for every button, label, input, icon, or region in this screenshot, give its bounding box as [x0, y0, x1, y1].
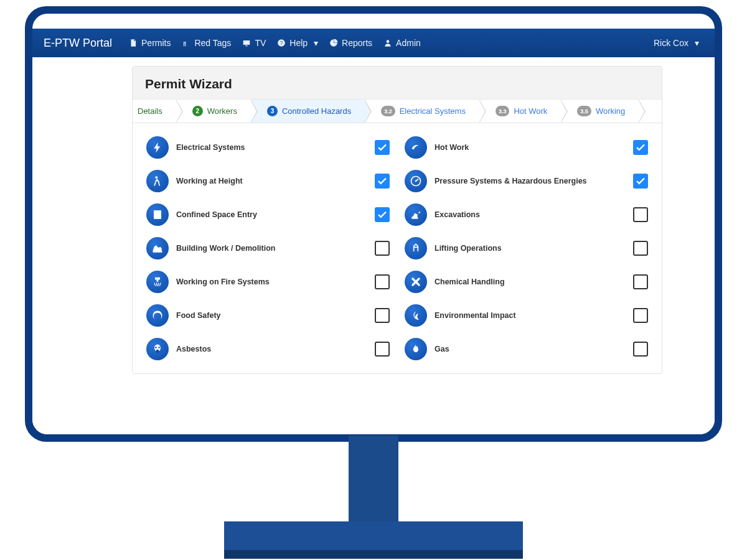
- monitor-bezel: E-PTW Portal Permits Red Tags TV ? Help …: [25, 6, 722, 442]
- svg-point-3: [155, 176, 157, 179]
- hazard-row: Building Work / Demolition: [146, 231, 390, 265]
- lift-icon: [405, 237, 427, 259]
- hazard-checkbox[interactable]: [633, 342, 648, 357]
- step-details[interactable]: Details: [133, 100, 176, 123]
- monitor-stand-neck: [349, 436, 398, 523]
- nav-permits[interactable]: Permits: [123, 38, 176, 48]
- svg-point-7: [158, 347, 160, 348]
- hazard-label: Hot Work: [435, 143, 633, 152]
- hazard-checkbox[interactable]: [633, 174, 648, 189]
- hazard-label: Excavations: [435, 210, 633, 219]
- hazard-row: Electrical Systems: [146, 131, 390, 164]
- nav-reports[interactable]: Reports: [324, 38, 378, 48]
- hazard-checkbox[interactable]: [633, 274, 648, 289]
- hazard-grid: Electrical Systems Working at Height Con: [133, 123, 662, 368]
- hazard-row: Pressure Systems & Hazardous Energies: [405, 164, 648, 198]
- hazard-checkbox[interactable]: [375, 241, 390, 256]
- hazard-row: Environmental Impact: [405, 299, 648, 332]
- tv-icon: [242, 39, 251, 47]
- hazard-checkbox[interactable]: [633, 241, 648, 256]
- nav-admin[interactable]: Admin: [378, 38, 426, 48]
- nav-user-menu[interactable]: Rick Cox ▾: [648, 38, 705, 48]
- caret-down-icon: ▾: [314, 38, 318, 48]
- panel-title: Permit Wizard: [145, 77, 649, 91]
- hazard-checkbox[interactable]: [375, 342, 390, 357]
- hazard-label: Electrical Systems: [176, 143, 375, 152]
- caret-down-icon: ▾: [695, 38, 699, 48]
- hazard-checkbox[interactable]: [375, 274, 390, 289]
- chemical-icon: [405, 271, 427, 293]
- nav-help[interactable]: ? Help ▾: [271, 38, 324, 48]
- wizard-steps: Details 2 Workers 3 Controlled Hazards 3…: [133, 100, 662, 123]
- step-label: Details: [138, 106, 162, 116]
- step-number: 3.3: [496, 106, 510, 116]
- hazard-label: Pressure Systems & Hazardous Energies: [435, 177, 633, 185]
- screen: E-PTW Portal Permits Red Tags TV ? Help …: [32, 14, 715, 434]
- svg-point-9: [415, 180, 417, 182]
- svg-point-6: [155, 347, 157, 348]
- hazard-row: Gas: [405, 332, 648, 366]
- svg-point-2: [387, 40, 390, 43]
- weld-icon: [405, 136, 427, 159]
- hazard-row: Food Safety: [146, 299, 390, 332]
- hazard-checkbox[interactable]: [375, 308, 390, 323]
- svg-point-5: [156, 350, 159, 353]
- fire-system-icon: [146, 271, 169, 293]
- hazard-checkbox[interactable]: [633, 207, 648, 222]
- excavator-icon: [405, 203, 427, 226]
- hazard-row: Lifting Operations: [405, 231, 648, 265]
- step-label: Workers: [207, 106, 237, 116]
- nav-redtags[interactable]: Red Tags: [176, 38, 237, 48]
- nav-user-name: Rick Cox: [654, 38, 688, 48]
- bolt-icon: [146, 136, 169, 159]
- panel-body: Details 2 Workers 3 Controlled Hazards 3…: [133, 99, 662, 373]
- hazard-row: Excavations: [405, 198, 648, 231]
- help-icon: ?: [277, 39, 286, 47]
- content-area: Permit Wizard ← PREV NEXT → Deta: [32, 57, 715, 434]
- top-navbar: E-PTW Portal Permits Red Tags TV ? Help …: [32, 29, 715, 57]
- step-hot-work[interactable]: 3.3 Hot Work: [479, 100, 561, 123]
- hazard-row: Asbestos: [146, 332, 390, 366]
- nav-reports-label: Reports: [342, 38, 372, 48]
- step-number: 3.2: [381, 106, 395, 116]
- hazard-row: Chemical Handling: [405, 265, 648, 299]
- hazard-checkbox[interactable]: [375, 174, 390, 189]
- hazard-checkbox[interactable]: [375, 140, 390, 155]
- user-icon: [383, 39, 392, 47]
- hazard-checkbox[interactable]: [633, 140, 648, 155]
- step-controlled-hazards[interactable]: 3 Controlled Hazards: [251, 100, 365, 123]
- hazard-checkbox[interactable]: [375, 207, 390, 222]
- hazard-label: Working on Fire Systems: [176, 278, 375, 286]
- step-electrical-systems[interactable]: 3.2 Electrical Systems: [365, 100, 479, 123]
- nav-permits-label: Permits: [141, 38, 171, 48]
- mask-icon: [146, 338, 169, 360]
- hazard-checkbox[interactable]: [633, 308, 648, 323]
- step-number: 3: [267, 106, 278, 116]
- nav-tv[interactable]: TV: [237, 38, 271, 48]
- step-label: Hot Work: [514, 106, 547, 116]
- step-label: Electrical Systems: [400, 106, 466, 116]
- gauge-icon: [405, 170, 427, 192]
- hazard-label: Gas: [435, 345, 633, 353]
- monitor-stand-base: [224, 521, 523, 551]
- step-label: Controlled Hazards: [282, 106, 351, 116]
- hazard-label: Asbestos: [176, 345, 375, 353]
- step-number: 3.5: [577, 106, 591, 116]
- hazard-label: Building Work / Demolition: [176, 244, 375, 253]
- environment-icon: [405, 304, 427, 327]
- nav-admin-label: Admin: [396, 38, 421, 48]
- door-icon: [146, 203, 169, 226]
- file-icon: [129, 39, 138, 47]
- hazard-label: Environmental Impact: [435, 311, 633, 320]
- climb-icon: [146, 170, 169, 192]
- hazard-col-left: Electrical Systems Working at Height Con: [146, 131, 390, 366]
- hazard-row: Confined Space Entry: [146, 198, 390, 231]
- hazard-row: Working on Fire Systems: [146, 265, 390, 299]
- nav-redtags-label: Red Tags: [194, 38, 231, 48]
- chart-icon: [329, 39, 338, 47]
- step-working-height[interactable]: 3.5 Working: [561, 100, 639, 123]
- hazard-label: Confined Space Entry: [176, 210, 375, 219]
- step-workers[interactable]: 2 Workers: [176, 100, 251, 123]
- permit-wizard-panel: Permit Wizard ← PREV NEXT → Deta: [132, 66, 662, 374]
- nav-help-label: Help: [289, 38, 308, 48]
